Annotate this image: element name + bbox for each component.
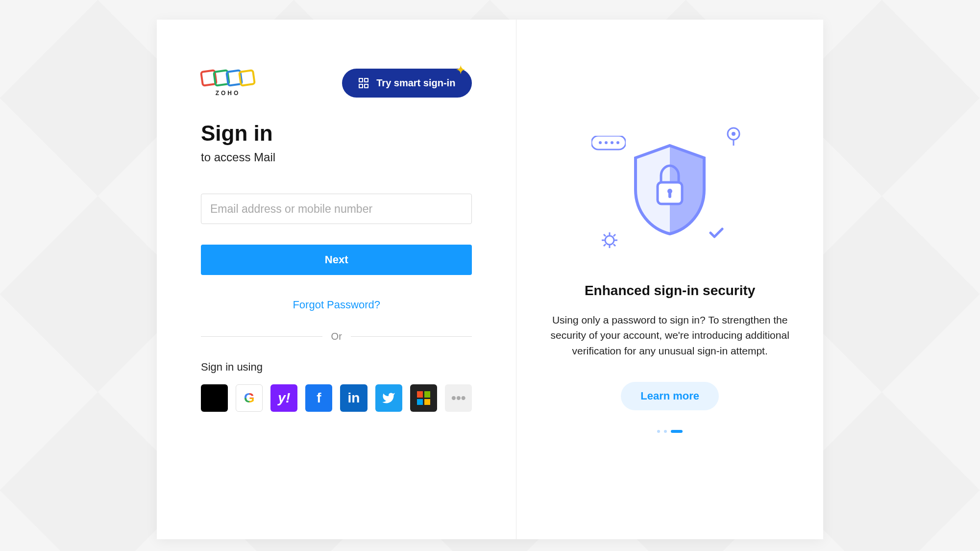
svg-point-5 <box>605 141 608 144</box>
twitter-icon <box>382 391 395 405</box>
signin-using-label: Sign in using <box>201 361 472 374</box>
svg-point-4 <box>599 141 602 144</box>
google-signin-button[interactable]: G <box>236 384 263 412</box>
svg-rect-2 <box>668 192 671 198</box>
or-divider: Or <box>201 331 472 342</box>
apple-signin-button[interactable] <box>201 384 228 412</box>
svg-line-18 <box>604 244 606 246</box>
yahoo-signin-button[interactable]: y! <box>270 384 297 412</box>
promo-title: Enhanced sign-in security <box>585 283 756 299</box>
forgot-password-link[interactable]: Forgot Password? <box>201 299 472 311</box>
header-row: ZOHO ✦ Try smart sign-in <box>201 69 472 98</box>
more-signin-button[interactable]: ••• <box>445 384 472 412</box>
password-dots-icon <box>591 136 626 150</box>
qr-icon <box>359 78 369 89</box>
check-icon <box>709 227 724 239</box>
svg-line-17 <box>613 234 615 236</box>
zoho-logo-icon <box>201 70 255 86</box>
signin-card: ZOHO ✦ Try smart sign-in Sign in to acce… <box>157 20 823 539</box>
smart-signin-button[interactable]: ✦ Try smart sign-in <box>342 69 472 98</box>
more-icon: ••• <box>451 390 466 406</box>
facebook-signin-button[interactable]: f <box>305 384 332 412</box>
smart-signin-label: Try smart sign-in <box>376 77 455 89</box>
carousel-dot[interactable] <box>657 430 660 433</box>
linkedin-signin-button[interactable]: in <box>340 384 367 412</box>
social-buttons-row: G y! f in ••• <box>201 384 472 412</box>
email-input[interactable] <box>201 194 472 224</box>
sparkle-icon: ✦ <box>456 64 465 76</box>
carousel-dot-active[interactable] <box>671 430 683 433</box>
yahoo-icon: y! <box>278 390 290 406</box>
google-icon: G <box>244 390 255 406</box>
svg-point-9 <box>732 132 735 136</box>
svg-point-10 <box>605 236 614 245</box>
svg-line-16 <box>613 244 615 246</box>
facebook-icon: f <box>317 390 321 406</box>
svg-rect-3 <box>591 136 626 150</box>
shield-icon <box>631 143 709 236</box>
promo-body: Using only a password to sign in? To str… <box>546 312 794 359</box>
carousel-dots[interactable] <box>657 430 683 433</box>
svg-point-7 <box>616 141 619 144</box>
linkedin-icon: in <box>348 390 360 406</box>
microsoft-icon <box>417 391 431 405</box>
learn-more-button[interactable]: Learn more <box>621 382 719 410</box>
microsoft-signin-button[interactable] <box>410 384 438 412</box>
pin-icon <box>724 126 743 146</box>
signin-subtitle: to access Mail <box>201 150 472 164</box>
gear-icon <box>601 232 618 249</box>
svg-point-6 <box>611 141 613 144</box>
zoho-logo-text: ZOHO <box>216 90 241 97</box>
security-illustration <box>601 126 738 253</box>
svg-line-15 <box>604 234 606 236</box>
signin-panel: ZOHO ✦ Try smart sign-in Sign in to acce… <box>157 20 516 539</box>
next-button[interactable]: Next <box>201 245 472 275</box>
twitter-signin-button[interactable] <box>375 384 402 412</box>
promo-panel: Enhanced sign-in security Using only a p… <box>516 20 823 539</box>
signin-title: Sign in <box>201 121 472 146</box>
zoho-logo: ZOHO <box>201 70 255 97</box>
carousel-dot[interactable] <box>664 430 667 433</box>
or-label: Or <box>322 331 351 342</box>
